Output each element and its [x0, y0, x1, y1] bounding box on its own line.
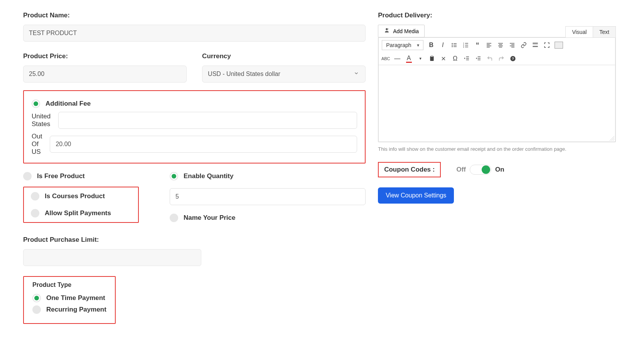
- paste-text-icon[interactable]: [428, 55, 436, 62]
- fullscreen-icon[interactable]: [543, 41, 551, 49]
- svg-rect-9: [465, 45, 468, 45]
- coupon-codes-label: Coupon Codes :: [384, 166, 435, 173]
- delivery-label: Product Delivery:: [378, 12, 616, 19]
- courses-split-highlight: Is Courses Product Allow Split Payments: [23, 187, 139, 223]
- align-left-icon[interactable]: [485, 41, 493, 49]
- add-media-button[interactable]: Add Media: [378, 25, 425, 37]
- svg-rect-22: [510, 46, 514, 46]
- additional-fee-label: Additional Fee: [46, 100, 91, 108]
- additional-fee-section: Additional Fee United States Out Of US: [23, 90, 366, 163]
- special-char-icon[interactable]: Ω: [451, 55, 459, 62]
- allow-split-label: Allow Split Payments: [45, 209, 111, 217]
- toggle-on-label: On: [495, 166, 504, 174]
- svg-rect-14: [487, 46, 491, 46]
- clear-formatting-icon[interactable]: [440, 55, 447, 62]
- hr-icon[interactable]: —: [393, 55, 401, 62]
- blockquote-icon[interactable]: “: [474, 41, 481, 49]
- dropdown-triangle-icon: ▼: [416, 43, 420, 47]
- svg-rect-30: [466, 58, 469, 59]
- numbered-list-icon[interactable]: 123: [462, 41, 470, 49]
- product-name-input[interactable]: [23, 25, 366, 42]
- outdent-icon[interactable]: [463, 55, 470, 62]
- name-price-radio[interactable]: [170, 214, 178, 222]
- italic-icon[interactable]: I: [439, 41, 447, 49]
- chevron-down-icon: [354, 71, 359, 78]
- svg-rect-21: [511, 44, 514, 45]
- align-center-icon[interactable]: [497, 41, 504, 49]
- svg-text:?: ?: [512, 57, 514, 61]
- svg-rect-28: [431, 56, 433, 57]
- svg-marker-32: [464, 57, 465, 59]
- view-coupon-settings-button[interactable]: View Coupon Settings: [378, 187, 454, 204]
- svg-rect-1: [454, 43, 457, 44]
- enable-qty-label: Enable Quantity: [184, 172, 233, 180]
- currency-select[interactable]: USD - United States dollar: [202, 66, 366, 83]
- read-more-icon[interactable]: [531, 41, 539, 49]
- bullet-list-icon[interactable]: [450, 41, 458, 49]
- svg-rect-23: [511, 47, 514, 47]
- is-free-label: Is Free Product: [37, 172, 85, 180]
- indent-icon[interactable]: [474, 55, 482, 62]
- recurring-radio[interactable]: [32, 305, 41, 314]
- coupon-toggle[interactable]: [470, 165, 491, 175]
- resize-grip-icon[interactable]: [610, 136, 614, 141]
- currency-value: USD - United States dollar: [208, 71, 280, 77]
- is-courses-label: Is Courses Product: [45, 192, 105, 200]
- tab-text[interactable]: Text: [593, 26, 616, 37]
- redo-icon[interactable]: [497, 55, 505, 62]
- svg-rect-15: [487, 47, 490, 47]
- name-price-label: Name Your Price: [184, 214, 236, 222]
- svg-rect-5: [454, 46, 457, 47]
- product-type-section: Product Type One Time Payment Recurring …: [23, 276, 116, 324]
- fee-us-input[interactable]: [58, 112, 357, 129]
- undo-icon[interactable]: [486, 55, 494, 62]
- editor-toolbar-row2: ABC — A ▼ Ω ?: [378, 52, 615, 65]
- strikethrough-icon[interactable]: ABC: [382, 55, 389, 62]
- svg-point-4: [452, 46, 453, 47]
- align-right-icon[interactable]: [508, 41, 516, 49]
- text-color-icon[interactable]: A: [405, 55, 413, 62]
- is-courses-radio[interactable]: [31, 192, 39, 201]
- svg-marker-36: [476, 57, 477, 59]
- enable-qty-radio[interactable]: [170, 172, 178, 180]
- format-select[interactable]: Paragraph ▼: [382, 40, 423, 50]
- additional-fee-radio[interactable]: [32, 99, 40, 108]
- fee-out-label: Out Of US: [32, 133, 42, 156]
- one-time-label: One Time Payment: [46, 294, 105, 302]
- is-free-radio[interactable]: [23, 172, 32, 180]
- product-type-label: Product Type: [32, 281, 106, 288]
- product-price-label: Product Price:: [23, 52, 187, 60]
- svg-rect-19: [499, 47, 502, 47]
- bold-icon[interactable]: B: [427, 41, 435, 49]
- svg-rect-25: [533, 45, 538, 45]
- tab-visual[interactable]: Visual: [565, 26, 593, 37]
- one-time-radio[interactable]: [32, 294, 41, 302]
- svg-rect-17: [499, 44, 502, 45]
- svg-rect-20: [510, 43, 514, 44]
- product-price-input[interactable]: [23, 66, 187, 83]
- editor-content[interactable]: [378, 65, 615, 142]
- quantity-input[interactable]: [170, 188, 366, 205]
- toggle-knob: [482, 165, 490, 174]
- add-media-label: Add Media: [393, 28, 419, 34]
- coupon-codes-highlight: Coupon Codes :: [378, 162, 441, 177]
- recurring-label: Recurring Payment: [46, 306, 106, 313]
- fee-us-label: United States: [32, 113, 51, 128]
- allow-split-radio[interactable]: [31, 209, 39, 217]
- purchase-limit-label: Product Purchase Limit:: [23, 236, 201, 244]
- toggle-off-label: Off: [456, 166, 466, 174]
- svg-rect-35: [478, 60, 481, 60]
- svg-rect-7: [465, 43, 468, 44]
- svg-point-2: [452, 45, 453, 46]
- fee-out-input[interactable]: [50, 136, 357, 153]
- svg-rect-11: [465, 47, 468, 47]
- svg-rect-33: [478, 57, 481, 57]
- toolbar-toggle-icon[interactable]: [555, 42, 563, 49]
- purchase-limit-input[interactable]: [23, 249, 201, 266]
- help-icon[interactable]: ?: [509, 55, 517, 62]
- svg-rect-3: [454, 45, 457, 45]
- link-icon[interactable]: [520, 41, 528, 49]
- media-icon: [384, 27, 390, 35]
- format-value: Paragraph: [386, 42, 411, 48]
- text-color-dropdown-icon[interactable]: ▼: [416, 55, 424, 62]
